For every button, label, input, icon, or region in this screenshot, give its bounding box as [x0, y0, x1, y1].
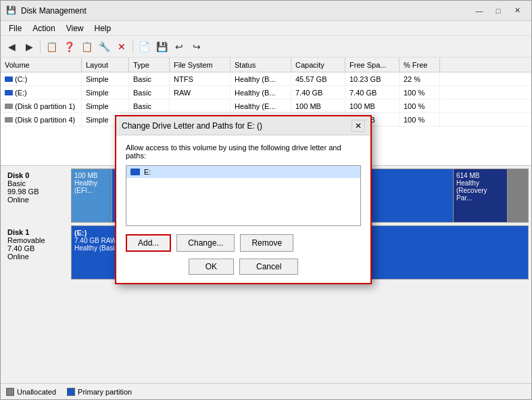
- listbox-drive-icon: [130, 169, 140, 175]
- dialog-title: Change Drive Letter and Paths for E: (): [122, 121, 262, 131]
- dialog-close-button[interactable]: ✕: [352, 120, 365, 132]
- dialog-listbox[interactable]: E:: [126, 165, 361, 226]
- dialog-title-bar: Change Drive Letter and Paths for E: () …: [116, 116, 370, 135]
- remove-button[interactable]: Remove: [240, 234, 293, 252]
- dialog-action-buttons: Add... Change... Remove: [126, 234, 361, 252]
- cancel-button[interactable]: Cancel: [239, 259, 298, 275]
- listbox-item-e[interactable]: E:: [126, 166, 360, 178]
- add-button[interactable]: Add...: [126, 234, 171, 252]
- dialog-description: Allow access to this volume by using the…: [126, 143, 361, 160]
- dialog-body: Allow access to this volume by using the…: [116, 135, 370, 283]
- ok-button[interactable]: OK: [189, 259, 234, 275]
- dialog-ok-cancel: OK Cancel: [126, 259, 361, 275]
- dialog-overlay: Change Drive Letter and Paths for E: () …: [0, 0, 532, 400]
- change-drive-letter-dialog: Change Drive Letter and Paths for E: () …: [115, 115, 372, 284]
- listbox-item-label: E:: [144, 168, 151, 176]
- change-button[interactable]: Change...: [176, 234, 235, 252]
